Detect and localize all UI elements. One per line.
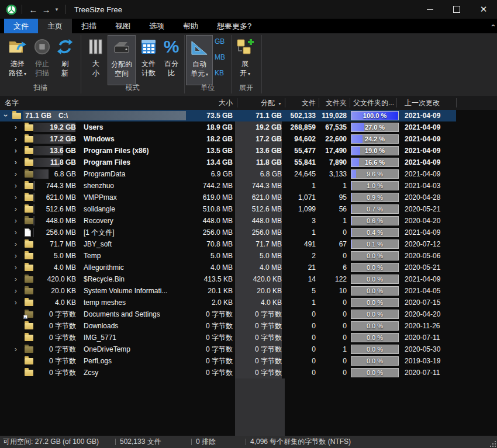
table-row[interactable]: 5.0 MBTemp5.0 MB5.0 MB200.0 %2020-05-06: [0, 250, 497, 262]
allocated-cell: 448.0 MB: [235, 215, 282, 227]
refresh-button[interactable]: 刷 新: [54, 35, 76, 82]
collapse-chevron-icon[interactable]: [3, 110, 9, 121]
expand-chevron-icon[interactable]: [13, 238, 19, 250]
column-header-folders[interactable]: 文件夹: [316, 96, 347, 110]
table-row[interactable]: 71.7 MBJBY_soft70.8 MB71.7 MB491670.1 %2…: [0, 238, 497, 250]
mode-allocated-button[interactable]: 分配的 空间: [108, 35, 136, 85]
column-separator[interactable]: [456, 98, 457, 107]
mode-file-count-button[interactable]: 文件 计数: [137, 35, 160, 82]
table-row[interactable]: 0 字节数OneDriveTemp0 字节数0 字节数010.0 %2020-0…: [0, 343, 497, 355]
column-header-files[interactable]: 文件: [285, 96, 316, 110]
column-separator[interactable]: [237, 98, 237, 107]
expand-chevron-icon[interactable]: [13, 343, 19, 355]
expand-chevron-icon[interactable]: [13, 285, 19, 297]
column-separator[interactable]: [285, 98, 285, 107]
last-change-cell: 2020-04-20: [405, 308, 456, 320]
select-path-button[interactable]: 选择 路径: [5, 35, 30, 82]
minimize-button[interactable]: [416, 0, 443, 19]
table-row[interactable]: 13.6 GBProgram Files (x86)13.5 GB13.6 GB…: [0, 145, 497, 157]
unit-kb-option[interactable]: KB: [215, 69, 230, 77]
maximize-button[interactable]: [443, 0, 470, 19]
tab-view[interactable]: 视图: [106, 19, 140, 33]
expand-button[interactable]: 展 开: [233, 35, 257, 82]
table-row[interactable]: 0 字节数Documents and Settings0 字节数0 字节数000…: [0, 308, 497, 320]
column-header-size[interactable]: 大小: [186, 96, 233, 110]
expand-chevron-icon[interactable]: [13, 180, 19, 192]
allocated-cell: 0 字节数: [235, 308, 282, 320]
tab-options[interactable]: 选项: [140, 19, 174, 33]
percent-of-parent-bar: 0.0 %: [351, 286, 399, 296]
table-row[interactable]: 71.1 GBC:\73.5 GB71.1 GB502,133119,02810…: [0, 110, 456, 121]
table-row[interactable]: 512.6 MBsolidangle510.8 MB512.6 MB1,0995…: [0, 203, 497, 215]
table-row[interactable]: 11.8 GBProgram Files13.4 GB11.8 GB55,841…: [0, 157, 497, 168]
table-row[interactable]: 744.3 MBshenzhuo744.2 MB744.3 MB111.0 %2…: [0, 180, 497, 192]
table-row[interactable]: 4.0 MBAllegorithmic4.0 MB4.0 MB2160.0 %2…: [0, 262, 497, 273]
table-row[interactable]: 20.0 KBSystem Volume Informati...20.1 KB…: [0, 285, 497, 297]
expand-chevron-icon[interactable]: [13, 215, 19, 227]
expand-chevron-icon[interactable]: [13, 192, 19, 203]
collapse-ribbon-icon[interactable]: [491, 21, 493, 30]
tab-scan[interactable]: 扫描: [72, 19, 106, 33]
table-row[interactable]: 0 字节数Zcsy0 字节数0 字节数000.0 %2020-07-11: [0, 367, 497, 378]
expand-chevron-icon[interactable]: [13, 262, 19, 273]
expand-chevron-icon[interactable]: [13, 250, 19, 262]
expand-chevron-icon[interactable]: [13, 227, 19, 238]
expand-chevron-icon[interactable]: [13, 168, 19, 180]
table-row[interactable]: 0 字节数IMG_57710 字节数0 字节数000.0 %2020-07-11: [0, 332, 497, 343]
mode-size-button[interactable]: 大 小: [85, 35, 106, 82]
quick-access-caret-icon[interactable]: ▾: [53, 6, 61, 12]
table-row[interactable]: 0 字节数Downloads0 字节数0 字节数000.0 %2020-11-2…: [0, 320, 497, 332]
column-header-percent-of-parent[interactable]: 父文件夹的...: [353, 96, 395, 110]
table-row[interactable]: 4.0 KBtemp meshes2.0 KB4.0 KB100.0 %2020…: [0, 297, 497, 308]
tab-help[interactable]: 帮助: [174, 19, 208, 33]
size-cell: 0 字节数: [186, 308, 233, 320]
column-separator[interactable]: [319, 98, 319, 107]
table-row[interactable]: 6.8 GBProgramData6.9 GB6.8 GB24,6453,133…: [0, 168, 497, 180]
name-size-label: 256.0 MB: [33, 227, 76, 238]
tab-home[interactable]: 主页: [38, 19, 72, 33]
mode-percent-button[interactable]: % 百分 比: [160, 35, 182, 82]
tab-file[interactable]: 文件: [4, 19, 38, 33]
column-separator[interactable]: [350, 98, 350, 107]
files-cell: 21: [285, 262, 316, 273]
table-row[interactable]: 621.0 MBVMPPmax619.0 MB621.0 MB1,071950.…: [0, 192, 497, 203]
stop-scan-button[interactable]: 停止 扫描: [30, 35, 54, 82]
table-row[interactable]: 0 字节数PerfLogs0 字节数0 字节数000.0 %2019-03-19: [0, 355, 497, 367]
expand-chevron-icon[interactable]: [13, 273, 19, 285]
unit-mb-option[interactable]: MB: [215, 53, 230, 61]
allocated-cell: 0 字节数: [235, 367, 282, 378]
auto-units-button[interactable]: 自动 单元: [186, 35, 213, 85]
column-header-allocated[interactable]: 分配: [235, 96, 282, 110]
table-row[interactable]: 448.0 MBRecovery448.0 MB448.0 MB310.6 %2…: [0, 215, 497, 227]
table-row[interactable]: 420.0 KB$Recycle.Bin413.5 KB420.0 KB1412…: [0, 273, 497, 285]
expand-chevron-icon[interactable]: [13, 121, 19, 133]
unit-gb-option[interactable]: GB: [215, 37, 230, 46]
files-cell: 1,099: [285, 203, 316, 215]
table-row[interactable]: 256.0 MB[1 个文件]256.0 MB256.0 MB100.4 %20…: [0, 227, 497, 238]
column-separator[interactable]: [396, 98, 397, 107]
files-cell: 1,071: [285, 192, 316, 203]
resize-grip[interactable]: [490, 441, 496, 447]
close-button[interactable]: ✕: [470, 0, 497, 19]
files-cell: 0: [285, 343, 316, 355]
size-cell: 744.2 MB: [186, 180, 233, 192]
back-arrow-icon[interactable]: ←: [27, 5, 40, 15]
expand-chevron-icon[interactable]: [13, 157, 19, 168]
folders-cell: 0: [316, 250, 347, 262]
column-header-name[interactable]: 名字: [5, 96, 19, 110]
forward-arrow-icon[interactable]: →: [40, 5, 53, 15]
table-row[interactable]: 19.2 GBUsers18.9 GB19.2 GB268,85967,5352…: [0, 121, 497, 133]
table-row[interactable]: 17.2 GBWindows18.2 GB17.2 GB94,60222,600…: [0, 133, 497, 145]
files-cell: 0: [285, 320, 316, 332]
expand-chevron-icon[interactable]: [13, 297, 19, 308]
percent-label: 0.0 %: [351, 263, 398, 272]
file-icon: [25, 228, 31, 237]
tab-want-more[interactable]: 想要更多?: [208, 19, 261, 33]
expand-chevron-icon[interactable]: [13, 203, 19, 215]
folder-icon: [25, 253, 33, 259]
folder-icon: [25, 136, 33, 143]
expand-chevron-icon[interactable]: [13, 133, 19, 145]
column-header-last-change[interactable]: 上一次更改: [405, 96, 456, 110]
percent-label: 0.6 %: [351, 217, 398, 225]
expand-chevron-icon[interactable]: [13, 145, 19, 157]
